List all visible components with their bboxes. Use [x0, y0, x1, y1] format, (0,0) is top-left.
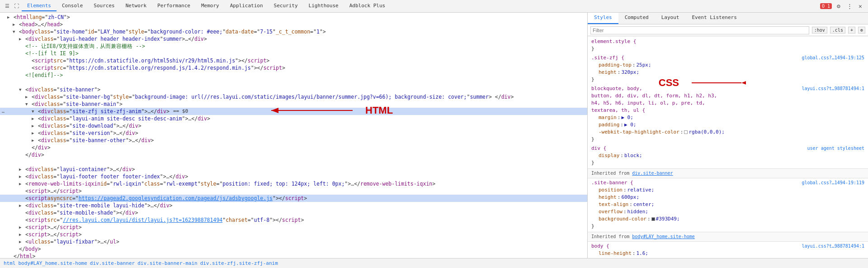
settings-icon[interactable]: ⚙ [835, 2, 843, 10]
css-prop-value: block; [624, 152, 642, 159]
css-inherited-link[interactable]: div.site-banner [632, 171, 673, 176]
tab-lighthouse[interactable]: Lighthouse [303, 1, 344, 11]
inspect-icon[interactable]: ☰ [4, 3, 11, 10]
html-line [0, 158, 587, 166]
css-colon: : [618, 194, 621, 201]
filter-add-toggle[interactable]: + [848, 27, 855, 34]
tab-performance[interactable]: Performance [152, 1, 196, 11]
tab-elements[interactable]: Elements [22, 1, 57, 11]
css-source[interactable]: global.css?…1494-19:125 [802, 54, 864, 62]
html-line: <div class="site-banner-main"> [0, 100, 587, 108]
more-icon[interactable]: ⋮ [845, 2, 854, 10]
devtools-main: <html lang="zh-CN"> <head>…</head> <body… [0, 13, 868, 258]
triangle[interactable] [32, 115, 38, 122]
css-colon: : [647, 215, 651, 223]
css-selector: .site-banner { [591, 180, 633, 186]
tab-application[interactable]: Application [225, 1, 269, 11]
css-close-brace: } [591, 223, 864, 230]
css-property: margin : ▶ 0; [591, 114, 864, 121]
css-prop-value: ▶ 0; [621, 114, 633, 121]
triangle[interactable] [32, 137, 38, 144]
css-source[interactable]: layui.css?t…988781494:1 [802, 243, 864, 250]
color-swatch [684, 130, 688, 134]
triangle[interactable] [13, 28, 19, 35]
triangle[interactable] [25, 93, 32, 100]
css-inherited-link-body[interactable]: body#LAY_home.site-home [632, 234, 694, 239]
triangle[interactable] [19, 173, 25, 180]
tab-console[interactable]: Console [57, 1, 88, 11]
css-prop-value: rgba(0,0,0,.85); [618, 257, 671, 258]
color-swatch [651, 217, 655, 221]
script-src-link[interactable]: //res.layui.com/layui/dist/layui.js?t=16… [63, 216, 222, 224]
triangle[interactable] [32, 129, 38, 137]
triangle[interactable] [19, 35, 25, 43]
css-colon: : [632, 62, 636, 69]
html-line: <script src="//res.layui.com/layui/dist/… [0, 216, 587, 224]
css-prop-name: padding [599, 121, 619, 129]
triangle[interactable] [19, 224, 25, 231]
html-line: <remove-web-limits-iqxin id="rwl-iqxin" … [0, 180, 587, 187]
css-close-brace: } [591, 159, 864, 167]
filter-cls-toggle[interactable]: .cls [830, 27, 845, 34]
css-tab-layout[interactable]: Layout [655, 13, 686, 24]
tab-memory[interactable]: Memory [196, 1, 225, 11]
triangle[interactable] [19, 202, 25, 209]
tab-sources[interactable]: Sources [88, 1, 120, 11]
css-inherited-label: Inherited from div.site-banner [588, 168, 868, 178]
triangle[interactable] [19, 86, 25, 93]
html-line: <div class="site-banner-other">…</div> [0, 137, 587, 144]
breadcrumb-site-zfj[interactable]: div.site-zfj.site-zfj-anim [200, 260, 278, 266]
triangle[interactable] [19, 238, 25, 245]
html-line: <div class="layui-header header header-i… [0, 35, 587, 43]
html-line: <div class="site-mobile-shade"></div> [0, 209, 587, 216]
html-line: <script>…</script> [0, 231, 587, 238]
breadcrumb-html[interactable]: html [4, 260, 16, 266]
css-prop-name: -webkit-tap-highlight-color [599, 129, 679, 136]
css-property: display : block; [591, 152, 864, 159]
css-filter-input[interactable] [590, 26, 809, 34]
filter-hov-toggle[interactable]: :hov [812, 27, 827, 34]
css-source[interactable]: layui.css?t…988781494:1 [802, 85, 864, 92]
triangle[interactable] [19, 180, 25, 187]
css-prop-name: display [599, 152, 619, 159]
triangle[interactable] [32, 108, 38, 115]
triangle[interactable] [19, 166, 25, 173]
css-selector-cont: button, dd, div, dl, dt, form, h1, h2, h… [591, 92, 864, 100]
css-prop-name: line-height [599, 250, 632, 257]
breadcrumb-body[interactable]: body#LAY_home.site-home [19, 260, 87, 266]
tab-network[interactable]: Network [120, 1, 152, 11]
css-rule-site-zfj: .site-zfj { global.css?…1494-19:125 padd… [588, 54, 868, 83]
triangle-html[interactable] [7, 14, 14, 21]
error-badge: O 1 [820, 3, 832, 9]
html-line: <div class="site-download">…</div> [0, 122, 587, 129]
css-selector-line: div { user agent stylesheet [591, 145, 864, 152]
triangle[interactable] [13, 21, 19, 28]
css-property: padding-top : 25px; [591, 62, 864, 69]
triangle[interactable] [19, 231, 25, 238]
tab-adblock[interactable]: Adblock Plus [344, 1, 391, 11]
css-selector: button, dd, div, dl, dt, form, h1, h2, h… [591, 93, 717, 99]
css-source[interactable]: global.css?…1494-19:119 [802, 179, 864, 187]
html-content: <html lang="zh-CN"> <head>…</head> <body… [0, 13, 587, 258]
css-tab-styles[interactable]: Styles [588, 13, 618, 24]
html-line: <div class="site-version">…</div> [0, 129, 587, 137]
breadcrumb-site-banner[interactable]: div.site-banner [90, 260, 135, 266]
script-link[interactable]: https://pagead2.googlesyndication.com/pa… [79, 195, 273, 202]
css-selector-cont: textarea, th, ul { [591, 107, 864, 114]
triangle[interactable] [32, 122, 38, 129]
css-tab-computed[interactable]: Computed [618, 13, 655, 24]
html-line: </html> [0, 253, 587, 258]
triangle[interactable] [25, 100, 32, 108]
tab-security[interactable]: Security [269, 1, 303, 11]
css-prop-value: rgba(0,0,0); [684, 129, 724, 136]
css-property: overflow : hidden; [591, 208, 864, 215]
breadcrumb-site-banner-main[interactable]: div.site-banner-main [137, 260, 197, 266]
close-icon[interactable]: ✕ [856, 2, 864, 10]
css-close-brace: } [591, 76, 864, 83]
html-line: <head>…</head> [0, 21, 587, 28]
html-line: </div> [0, 144, 587, 151]
filter-plus-toggle[interactable]: ⊕ [858, 27, 865, 34]
cursor-icon[interactable]: ⛶ [13, 3, 20, 10]
css-tab-event-listeners[interactable]: Event Listeners [685, 13, 743, 24]
html-line-selected[interactable]: … <div class="site-zfj site-zfj-anim">…<… [0, 108, 587, 115]
